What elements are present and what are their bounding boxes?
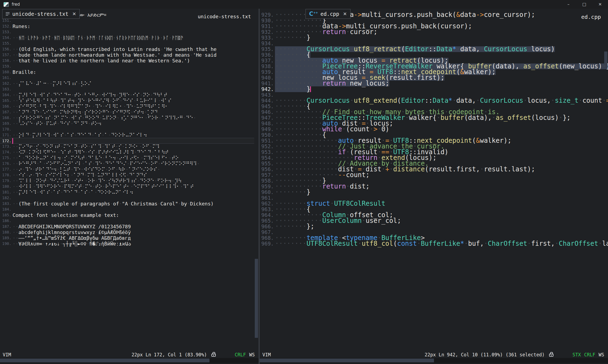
scrollbar-thumb[interactable] — [255, 259, 258, 338]
filename-overlay-right: ed.cpp — [581, 14, 601, 20]
line-number: 947. — [260, 115, 275, 121]
horizontal-scrollbar-right[interactable] — [260, 358, 608, 363]
code-line[interactable]: 190.··∀∂∈ℝ∧∪≡∞·↑↗↨↻⇣·┐┼╔╘░►☺♀·ﬁ�⑀₂ἠḂӥẄɐː… — [0, 241, 254, 247]
code-line[interactable]: 941.············return·new_locus; — [260, 81, 604, 86]
code-line[interactable]: 183.··(The·first·couple·of·paragraphs·of… — [0, 201, 254, 207]
line-text: ··abcdefghijklmnopqrstuvwxyz·£©µÀÆÖÞßéöÿ — [13, 229, 131, 235]
code-line[interactable]: 171.··⡕⠇⠙·⡍⠜⠇⠑⠹·⠺⠁⠎·⠁⠎·⠙⠑⠁⠙·⠁⠎·⠁·⠙⠕⠕⠗⠤⠝⠁… — [0, 132, 254, 138]
whitespace-badge[interactable]: WS — [249, 352, 255, 357]
code-line[interactable]: 154.··ᚻᛖ·ᚳᚹᚫᚦ·ᚦᚫᛏ·ᚻᛖ·ᛒᚢᛞᛖ·ᚩᚾ·ᚦᚫᛗ·ᛚᚪᚾᛞᛖ·ᚾ… — [0, 35, 254, 41]
code-line[interactable]: 959.············return·dist; — [260, 184, 604, 189]
code-line[interactable]: 187.··ABCDEFGHIJKLMNOPQRSTUVWXYZ·/012345… — [0, 224, 254, 229]
code-line[interactable]: 169.··⠡⠕⠎⠑·⠞⠕·⠏⠥⠞·⠙⠊⠎·⠙⠁⠝⠙·⠞⠕⠲ — [0, 121, 254, 126]
code-line[interactable]: 162.··⡌⠁⠧⠑·⠼⠁⠒··⡍⠜⠇⠑⠹⠰⠎·⡣⠕⠌ — [0, 81, 254, 86]
line-number: 181. — [0, 189, 13, 195]
line-text: ··⠱⠁⠞⠑⠧⠻·⠁⠃⠳⠞·⠹⠁⠞⠲·⡹⠑·⠗⠑⠛⠊⠌⠻·⠕⠋·⠙⠊⠎·⠃⠥⠗⠊… — [13, 98, 172, 104]
line-number: 171. — [0, 132, 13, 138]
line-number: 966. — [260, 224, 275, 229]
text-cursor — [12, 138, 13, 144]
code-line[interactable]: 181.··⡍⠜⠇⠑⠹·⠺⠁⠎·⠁⠎·⠙⠑⠁⠙·⠁⠎·⠁·⠙⠕⠕⠗⠤⠝⠁⠊⠇⠲ — [0, 189, 254, 195]
code-line[interactable]: 159. — [0, 63, 254, 69]
code-line[interactable]: 173.··⡍⠔⠙⠖·⡊·⠙⠕⠝⠰⠞·⠍⠑⠁⠝·⠞⠕·⠎⠁⠹·⠹⠁⠞·⡊·⠅⠝⠪… — [0, 144, 254, 149]
vertical-scrollbar-left[interactable] — [254, 9, 259, 351]
code-line[interactable]: 153. — [0, 29, 254, 35]
line-number: 174. — [0, 149, 13, 155]
code-line[interactable]: 932.············return·cursor; — [260, 29, 604, 35]
code-line[interactable]: 178.··⠊⠎·⠔·⠹⠑·⠎⠊⠍⠊⠇⠑⠆·⠁⠝⠙·⠍⠹·⠥⠝⠙⠁⠇⠇⠪⠫·⠙⠁… — [0, 172, 254, 178]
code-line[interactable]: 175.··⠁·⠙⠕⠕⠗⠤⠝⠁⠊⠇⠲·⡊·⠍⠊⠣⠞·⠙⠁⠧⠑·⠃⠑⠲·⠔⠊⠇⠔⠫… — [0, 155, 254, 161]
tab-unicode-stress[interactable]: unicode-stress.txt ✕ — [2, 9, 80, 19]
code-line[interactable]: 182. — [0, 195, 254, 201]
line-number: 934. — [260, 41, 275, 46]
code-line[interactable]: 176.··⠗⠑⠛⠜⠙·⠁·⠊⠕⠋⠋⠔⠤⠝⠁⠊⠇·⠁⠎·⠹⠑·⠙⠑⠁⠙⠑⠌·⠏⠊… — [0, 161, 254, 166]
code-line[interactable]: 969.········UTF8ColResult·utf8_col(const… — [260, 241, 604, 247]
code-line[interactable]: 152.Runes: — [0, 23, 254, 29]
code-line[interactable]: 156.··(Old·English,·which·transcribed·in… — [0, 46, 254, 52]
line-number: 952. — [260, 144, 275, 149]
close-button[interactable]: ✕ — [592, 0, 608, 9]
encoding-badge[interactable]: STX — [573, 352, 581, 357]
code-line[interactable]: 167.··⠁⠝⠙·⠹⠑·⠡⠊⠑⠋·⠍⠳⠗⠝⠻⠲·⡎⠊⠗⠕⠕⠛⠑·⠎⠊⠛⠝⠫·⠊… — [0, 109, 254, 115]
line-number: 945. — [260, 104, 275, 109]
tab-ed-cpp[interactable]: C++ ed.cpp ✕ — [306, 9, 351, 19]
code-line[interactable]: 935.········CursorLocus·utf8_retract(Edi… — [260, 46, 604, 52]
code-line[interactable]: 184. — [0, 207, 254, 212]
line-number: 182. — [0, 195, 13, 201]
code-line[interactable]: 155. — [0, 41, 254, 46]
code-line[interactable]: 163. — [0, 86, 254, 92]
code-line[interactable]: 166.··⠎⠊⠛⠝⠫·⠃⠹·⠹⠑·⠊⠇⠻⠛⠹⠍⠁⠝⠂·⠹⠑·⠊⠇⠻⠅⠂·⠹⠑·… — [0, 104, 254, 109]
code-line[interactable]: 188.··abcdefghijklmnopqrstuvwxyz·£©µÀÆÖÞ… — [0, 229, 254, 235]
tab-label: unicode-stress.txt — [12, 11, 68, 17]
code-line[interactable]: 161. — [0, 75, 254, 81]
line-number: 957. — [260, 172, 275, 178]
line-number: 173. — [0, 144, 13, 149]
tab-close-icon[interactable]: ✕ — [72, 11, 76, 17]
line-number: 959. — [260, 184, 275, 189]
cpp-file-icon: C++ — [309, 11, 318, 17]
tab-close-icon[interactable]: ✕ — [343, 11, 347, 17]
scrollbar-thumb[interactable] — [260, 359, 434, 362]
line-text: ··⠁⠝⠙·⠹⠑·⠡⠊⠑⠋·⠍⠳⠗⠝⠻⠲·⡎⠊⠗⠕⠕⠛⠑·⠎⠊⠛⠝⠫·⠊⠞⠲·⡁… — [13, 109, 158, 115]
code-line[interactable]: 966.········}; — [260, 224, 604, 229]
maximize-button[interactable]: □ — [576, 0, 592, 9]
line-text: Compact·font·selection·example·text: — [13, 212, 119, 218]
code-line[interactable]: 164.··⡍⠜⠇⠑⠹·⠺⠁⠎·⠙⠑⠁⠙⠒·⠞⠕·⠃⠑⠛⠔·⠺⠊⠹⠲·⡹⠻⠑·⠊… — [0, 92, 254, 98]
minimize-button[interactable]: – — [561, 0, 576, 9]
code-line[interactable]: 933.········} — [260, 35, 604, 41]
vertical-scrollbar-right[interactable] — [604, 9, 608, 351]
code-line[interactable]: 944.········CursorLocus·utf8_extend(Edit… — [260, 98, 604, 104]
eol-badge[interactable]: CRLF — [584, 352, 595, 357]
whitespace-badge[interactable]: WS — [599, 352, 604, 357]
code-line[interactable]: 960.········} — [260, 189, 604, 195]
code-line[interactable]: 177.··⠔·⠹⠑·⠞⠗⠁⠙⠑⠲·⡃⠥⠞·⠹⠑·⠺⠊⠎⠙⠕⠍·⠕⠋·⠳⠗·⠁⠝… — [0, 166, 254, 172]
code-line[interactable]: 157.··bude·thaem·lande·northweardum·with… — [0, 52, 254, 58]
scrollbar-thumb[interactable] — [604, 51, 607, 65]
code-line[interactable]: 174.··⠪⠝·⠅⠝⠪⠇⠫⠛⠑⠂·⠱⠁⠞·⠹⠻⠑·⠊⠎·⠏⠜⠞⠊⠊⠥⠇⠜⠇⠹·… — [0, 149, 254, 155]
code-area-left[interactable]: 150.··እግዜር·የከፈተውን·ጉሮሮ·ሳይዘጋው·አይድርም።151.15… — [0, 12, 254, 247]
code-line[interactable]: 172. — [0, 138, 254, 144]
horizontal-scrollbar-left[interactable] — [0, 358, 259, 363]
code-line[interactable]: 942.········} — [260, 86, 604, 92]
scrollbar-thumb[interactable] — [0, 359, 209, 362]
line-number: 184. — [0, 207, 13, 212]
code-line[interactable]: 185.Compact·font·selection·example·text: — [0, 212, 254, 218]
code-line[interactable]: 165.··⠱⠁⠞⠑⠧⠻·⠁⠃⠳⠞·⠹⠁⠞⠲·⡹⠑·⠗⠑⠛⠊⠌⠻·⠕⠋·⠙⠊⠎·… — [0, 98, 254, 104]
line-text: ········} — [275, 35, 310, 41]
code-line[interactable]: 962.········struct·UTF8ColResult — [260, 201, 604, 207]
code-area-right[interactable]: 929.················data->multi_cursors.… — [260, 12, 604, 247]
code-line[interactable]: 160.Braille: — [0, 69, 254, 75]
code-line[interactable]: 170. — [0, 126, 254, 132]
line-text: ··⠗⠑⠛⠜⠙·⠁·⠊⠕⠋⠋⠔⠤⠝⠁⠊⠇·⠁⠎·⠹⠑·⠙⠑⠁⠙⠑⠌·⠏⠊⠑⠊⠑·… — [13, 161, 200, 166]
code-line[interactable]: 158.··that·he·lived·in·the·northern·land… — [0, 58, 254, 63]
line-number: 161. — [0, 75, 13, 81]
eol-badge[interactable]: CRLF — [235, 352, 246, 357]
code-line[interactable]: 180.··⠺⠊⠇⠇·⠹⠻⠑⠋⠕⠗⠑·⠏⠻⠍⠊⠞·⠍⠑·⠞⠕·⠗⠑⠏⠑⠁⠞⠂·⠑… — [0, 184, 254, 189]
line-number: 950. — [260, 132, 275, 138]
code-line[interactable]: 189.··–—‘“”„†•…‰™œŠŸž€·ΑΒΓΔΩαβγδω·АБВГДа… — [0, 235, 254, 241]
line-text: ··⡎⠊⠗⠕⠕⠛⠑⠰⠎·⠝⠁⠍⠑·⠺⠁⠎·⠛⠕⠕⠙·⠥⠏⠕⠝·⠰⡡⠁⠝⠛⠑⠂·⠋… — [13, 115, 196, 121]
code-line[interactable]: 168.··⡎⠊⠗⠕⠕⠛⠑⠰⠎·⠝⠁⠍⠑·⠺⠁⠎·⠛⠕⠕⠙·⠥⠏⠕⠝·⠰⡡⠁⠝⠛… — [0, 115, 254, 121]
editor-content-left[interactable]: 150.··እግዜር·የከፈተውን·ጉሮሮ·ሳይዘጋው·አይድርም።151.15… — [0, 9, 259, 351]
code-line[interactable]: 186. — [0, 218, 254, 224]
code-line[interactable]: 179.··⠩⠁⠇⠇·⠝⠕⠞·⠙⠊⠌⠥⠗⠃·⠊⠞⠂·⠕⠗·⠹⠑·⡊⠳⠝⠞⠗⠹⠰⠎… — [0, 178, 254, 184]
editor-content-right[interactable]: 929.················data->multi_cursors.… — [260, 9, 608, 351]
